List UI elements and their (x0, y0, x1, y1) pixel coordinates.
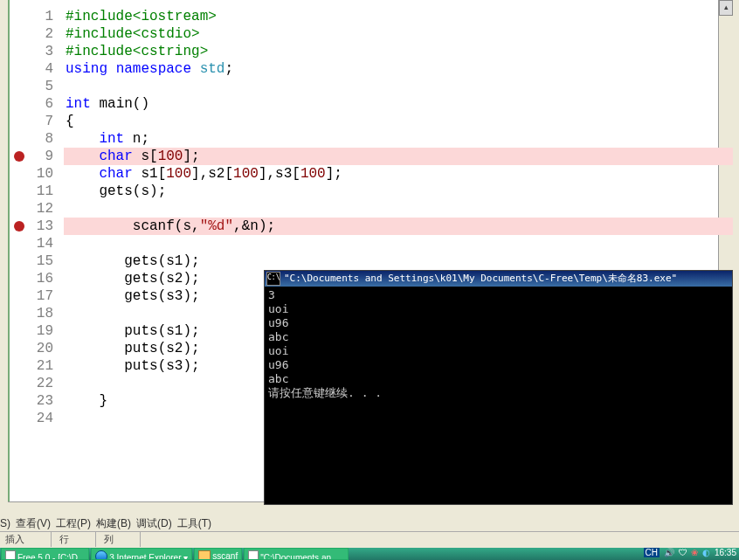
app-icon (95, 550, 107, 560)
token-id (66, 393, 99, 409)
menu-item[interactable]: 构建(B) (96, 517, 131, 529)
code-line[interactable]: { (66, 113, 719, 130)
token-pn: ( (158, 323, 167, 339)
breakpoint-icon[interactable] (14, 151, 24, 162)
menu-item[interactable]: 工具(T) (177, 517, 211, 529)
token-pp: #include<iostream> (66, 9, 217, 24)
token-id (66, 341, 124, 356)
line-number: 3 (45, 43, 59, 60)
token-pn: () (133, 96, 149, 112)
token-pn: [ (224, 166, 233, 182)
token-id: gets (124, 288, 157, 304)
token-pn: [ (292, 166, 300, 182)
tray-icon[interactable]: ❀ (691, 548, 698, 557)
token-pn: ( (133, 183, 142, 199)
code-line[interactable]: gets(s1); (66, 252, 719, 270)
token-id: s3 (166, 288, 183, 304)
scroll-up-icon[interactable]: ▴ (719, 0, 733, 16)
status-mode: 插入 (0, 532, 52, 547)
taskbar-app[interactable]: Free 5.0 - [C:\D... (1, 548, 89, 560)
taskbar-app[interactable]: 3 Internet Explorer ▾ (91, 548, 192, 560)
line-number: 2 (45, 25, 59, 43)
token-pp: #include<cstdio> (66, 26, 200, 42)
console-line: abc (268, 372, 729, 386)
token-id: s (141, 183, 149, 199)
token-pn: ( (175, 218, 183, 234)
console-titlebar[interactable]: C:\ "C:\Documents and Settings\k01\My Do… (265, 271, 732, 287)
token-id (66, 288, 124, 304)
code-line[interactable]: #include<iostream> (66, 8, 719, 25)
token-id: main (99, 96, 132, 112)
token-id (191, 61, 200, 77)
token-kw: char (99, 149, 132, 164)
menu-bar[interactable]: S)查看(V)工程(P)构建(B)调试(D)工具(T) (0, 516, 262, 532)
menu-item[interactable]: S) (0, 517, 10, 529)
chevron-down-icon[interactable]: ▾ (182, 553, 189, 560)
menu-item[interactable]: 工程(P) (56, 517, 91, 529)
token-id: s2 (208, 166, 224, 182)
token-id (66, 218, 133, 234)
code-line[interactable]: scanf(s,"%d",&n); (66, 218, 719, 235)
token-pn: ], (259, 166, 275, 182)
token-pn: ]; (183, 149, 199, 164)
breakpoint-icon[interactable] (14, 221, 24, 232)
breakpoint-gutter[interactable] (10, 0, 32, 502)
line-number: 16 (37, 270, 59, 287)
taskbar[interactable]: Free 5.0 - [C:\D...3 Internet Explorer ▾… (0, 548, 739, 560)
code-line[interactable]: gets(s); (66, 183, 719, 200)
code-line[interactable]: int n; (66, 130, 719, 148)
code-line[interactable] (66, 78, 719, 95)
console-line: 3 (268, 288, 729, 302)
line-number-gutter: 123456789101112131415161718192021222324 (32, 0, 64, 502)
app-icon (198, 550, 211, 560)
token-pn: ); (259, 218, 275, 234)
token-pn: , (191, 218, 200, 234)
taskbar-app[interactable]: "C:\Documents and S... (244, 548, 349, 560)
status-bar: 插入 行 列 (0, 531, 739, 548)
token-id (107, 61, 116, 77)
token-id: s2 (166, 271, 183, 287)
system-tray[interactable]: CH 🔊 🛡 ❀ ◐ 16:35 (641, 548, 739, 560)
token-pn: ); (183, 323, 199, 339)
code-line[interactable]: char s[100]; (66, 148, 719, 165)
lang-indicator[interactable]: CH (644, 548, 660, 557)
token-id (66, 183, 99, 199)
token-kw: int (99, 131, 124, 147)
status-col: 列 (99, 532, 141, 547)
token-id: s3 (166, 358, 183, 374)
token-id (66, 253, 124, 269)
token-pp: #include<cstring> (66, 44, 208, 59)
taskbar-app[interactable]: sscanf (194, 548, 242, 560)
code-line[interactable]: #include<cstdio> (66, 25, 719, 43)
code-line[interactable] (66, 235, 719, 252)
code-line[interactable]: #include<cstring> (66, 43, 719, 60)
token-id (66, 149, 99, 164)
code-line[interactable] (66, 200, 719, 218)
menu-item[interactable]: 调试(D) (136, 517, 172, 529)
tray-icon[interactable]: ◐ (702, 548, 710, 557)
code-line[interactable]: int main() (66, 95, 719, 113)
token-pn: [ (149, 149, 158, 164)
line-number: 22 (37, 375, 59, 392)
tray-icon[interactable]: 🛡 (679, 548, 687, 557)
token-pn: ( (158, 288, 167, 304)
token-pn: ); (183, 271, 199, 287)
line-number: 4 (45, 60, 59, 78)
line-number: 23 (37, 392, 59, 410)
token-id (66, 271, 124, 287)
tray-icon[interactable]: 🔊 (664, 548, 674, 557)
clock[interactable]: 16:35 (715, 548, 736, 557)
code-line[interactable]: char s1[100],s2[100],s3[100]; (66, 165, 719, 183)
code-line[interactable]: using namespace std; (66, 60, 719, 78)
token-pn: ); (183, 253, 199, 269)
token-pn: ( (158, 271, 167, 287)
console-line: 请按任意键继续. . . (268, 386, 729, 400)
token-id: s1 (133, 166, 158, 182)
token-kw: namespace (116, 61, 191, 77)
token-pn: ], (191, 166, 208, 182)
menu-item[interactable]: 查看(V) (16, 517, 51, 529)
token-id: scanf (133, 218, 175, 234)
console-window[interactable]: C:\ "C:\Documents and Settings\k01\My Do… (264, 270, 733, 505)
token-pn: ); (183, 358, 199, 374)
token-id (66, 323, 124, 339)
